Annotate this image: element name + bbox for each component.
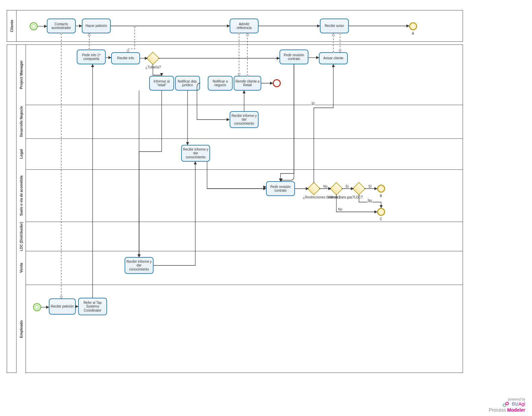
bpmn-canvas: Cliente Contacto suminstrador Hacer peti… — [0, 0, 532, 416]
task-recibir-info-label: Recibir info — [117, 56, 134, 60]
task-pedir-revision-pm-label: Pedir revisión contrato — [281, 53, 307, 61]
lane-label-pm-text: Project Manager — [19, 60, 23, 89]
task-notificar-juridico: Notificar dep. jurídico — [175, 76, 200, 91]
lane-label-dn-text: Desarrollo Negocio — [19, 106, 23, 137]
task-admitir-referencia-label: Admitir referencia — [231, 22, 257, 30]
lane-label-empleado-text: Empleado — [19, 320, 23, 338]
footer-branding: powered by BizAgi Process Modeler — [489, 397, 525, 413]
pool-org-blackbox-header — [7, 45, 16, 373]
task-recibir-informe-dn: Recibir informe y dar conocimiento — [230, 111, 259, 128]
task-contacto-suminstrador: Contacto suminstrador — [47, 19, 76, 33]
task-hacer-peticion: Hacer petición — [82, 19, 111, 33]
lane-label-venta: Venta — [16, 251, 26, 285]
lane-label-ldc: LDC (Distribuidor) — [16, 222, 26, 251]
end-event-C-label: C — [380, 217, 382, 221]
lane-label-empleado: Empleado — [16, 285, 26, 373]
task-recibir-peticion-label: Recibir petición — [51, 305, 74, 309]
lane-label-venta-text: Venta — [19, 263, 23, 273]
task-pedir-info-1a-label: Pedir info 1ª compuerta — [78, 53, 104, 61]
task-avisar-cliente: Avisar cliente — [319, 52, 348, 64]
lane-sep-6 — [16, 285, 463, 285]
task-recibir-informe-dn-label: Recibir informe y dar conocimiento — [231, 114, 257, 126]
task-recibir-informe-legal-label: Recibir informe y dar conocimiento — [183, 148, 208, 159]
end-event-C — [377, 208, 385, 216]
pool-org: Project Manager Desarrollo Negocio Legal… — [7, 44, 463, 373]
edge-label-ldc-no: No — [367, 199, 373, 202]
end-event-B-label: B — [380, 194, 382, 198]
gateway-valvula-label: Válvula para gas? — [327, 195, 347, 199]
task-pedir-info-1a: Pedir info 1ª compuerta — [77, 50, 106, 64]
edge-label-restr-si: Sí — [311, 102, 315, 105]
lane-sep-3 — [16, 169, 463, 170]
lane-label-ldc-text: LDC (Distribuidor) — [19, 222, 23, 251]
task-notificar-negocio-label: Notificar a negocio — [209, 79, 231, 87]
footer-brand-agi: Agi — [519, 401, 525, 407]
footer-brand-biz: Biz — [512, 401, 518, 407]
footer-brand-modeler: Modeler — [507, 407, 525, 413]
end-event-A — [409, 22, 417, 30]
task-avisar-cliente-label: Avisar cliente — [323, 56, 343, 60]
lane-label-suelo: Suelo o vía de acometida — [16, 169, 26, 222]
end-event-retail — [273, 79, 281, 87]
edge-label-valvula-no: No — [337, 207, 343, 211]
footer-brand-process: Process — [489, 407, 507, 413]
lane-label-suelo-text: Suelo o vía de acometida — [19, 175, 23, 216]
task-pedir-revision-contrato-suelo: Pedir revisión contrato — [266, 181, 295, 196]
bizagi-logo-icon — [502, 401, 509, 407]
lane-label-cliente: Cliente — [7, 10, 16, 41]
gateway-restricciones-label: ¿Restricciones contrato? — [303, 195, 327, 199]
lane-label-dn: Desarrollo Negocio — [16, 105, 26, 138]
task-notificar-negocio: Notificar a negocio — [208, 76, 233, 91]
start-event-empleado — [33, 303, 41, 311]
task-informar-retail-label: Informar al "retail" — [151, 79, 172, 87]
task-recibir-informe-venta: Recibir informe y dar conocimiento — [125, 257, 154, 274]
task-pedir-revision-contrato-pm: Pedir revisión contrato — [279, 50, 308, 64]
task-recibir-informe-venta-label: Recibir informe y dar conocimiento — [126, 260, 152, 271]
task-recibir-aviso: Recibir aviso — [320, 19, 349, 33]
task-recibir-peticion: Recibir petición — [49, 298, 76, 315]
task-refer-tap: Refer al Tap Systems Coordinator — [78, 298, 107, 315]
lane-sep-1 — [16, 105, 463, 105]
task-admitir-referencia: Admitir referencia — [230, 19, 259, 33]
task-informar-retail: Informar al "retail" — [149, 76, 174, 91]
svg-point-2 — [506, 402, 508, 405]
task-recibir-info: Recibir info — [111, 52, 140, 64]
task-pedir-revision-suelo-label: Pedir revisión contrato — [268, 185, 293, 193]
task-refer-tap-label: Refer al Tap Systems Coordinator — [80, 301, 105, 313]
lane-label-legal-text: Legal — [19, 149, 23, 159]
lane-label-cliente-text: Cliente — [10, 20, 14, 32]
svg-point-1 — [503, 404, 506, 407]
lane-label-legal: Legal — [16, 138, 26, 169]
lane-label-pm: Project Manager — [16, 45, 26, 105]
end-event-A-label: A — [412, 32, 414, 35]
start-event-cliente — [30, 22, 38, 30]
footer-brand: BizAgi Process Modeler — [489, 401, 525, 413]
task-hacer-peticion-label: Hacer petición — [86, 24, 107, 28]
task-remitir-cliente-retail: Remitir cliente a Retail — [234, 76, 261, 91]
lane-sep-5 — [16, 251, 463, 251]
lane-sep-2 — [16, 138, 463, 139]
footer-powered-by: powered by — [489, 397, 525, 401]
edge-label-ldc-si: Sí — [368, 185, 372, 188]
task-notificar-juridico-label: Notificar dep. jurídico — [177, 79, 198, 87]
edge-label-restr-no: No — [323, 185, 328, 188]
task-remitir-cliente-retail-label: Remitir cliente a Retail — [235, 79, 260, 87]
task-contacto-suminstrador-label: Contacto suminstrador — [48, 22, 74, 30]
gateway-ldc-label: LDC? — [354, 195, 363, 199]
task-recibir-informe-legal: Recibir informe y dar conocimiento — [181, 145, 210, 162]
edge-label-valvula-si: Sí — [345, 185, 349, 188]
gateway-tuberia-label: ¿Tubería? — [145, 65, 161, 69]
lane-sep-4 — [16, 222, 463, 222]
end-event-B — [377, 185, 385, 193]
task-recibir-aviso-label: Recibir aviso — [325, 24, 344, 28]
